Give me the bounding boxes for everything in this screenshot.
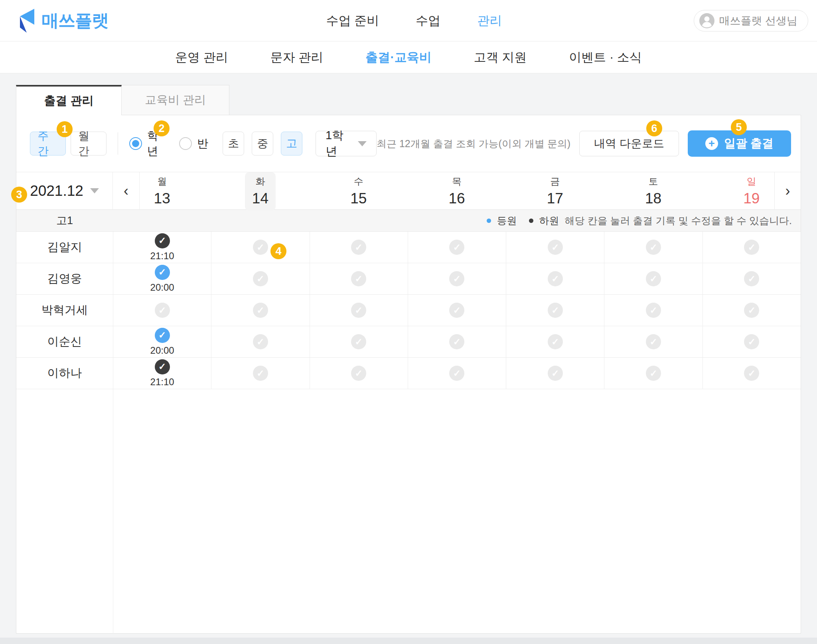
attendance-cell[interactable]: ✓ — [506, 326, 604, 357]
annotation-badge-4: 4 — [270, 243, 286, 259]
tab-tuition[interactable]: 교육비 관리 — [122, 85, 229, 115]
annotation-badge-2: 2 — [154, 120, 170, 136]
annotation-badge-3: 3 — [11, 187, 27, 203]
empty-check-icon: ✓ — [351, 271, 366, 286]
attendance-cell[interactable]: ✓ — [506, 358, 604, 389]
nav-item-manage[interactable]: 관리 — [477, 12, 502, 29]
bulk-attendance-label: 일괄 출결 — [724, 136, 774, 152]
attendance-cell[interactable]: ✓ — [211, 263, 309, 294]
attendance-cell[interactable]: ✓20:00 — [113, 326, 211, 357]
day-name: 목 — [452, 175, 462, 188]
day-header-목[interactable]: 목16 — [408, 172, 506, 211]
download-history-button[interactable]: 내역 다운로드 — [579, 131, 679, 156]
empty-check-icon: ✓ — [646, 240, 661, 255]
day-name: 토 — [649, 175, 658, 188]
attendance-cell[interactable]: ✓ — [506, 232, 604, 263]
attendance-cell[interactable]: ✓ — [310, 232, 408, 263]
empty-check-icon: ✓ — [449, 303, 464, 318]
user-account-button[interactable]: 매쓰플랫 선생님 — [694, 10, 808, 32]
month-select-dropdown[interactable]: 2021.12 — [16, 172, 113, 209]
attendance-cell[interactable]: ✓ — [408, 263, 506, 294]
empty-check-icon: ✓ — [449, 334, 464, 349]
subnav-item-operations[interactable]: 운영 관리 — [175, 49, 228, 66]
attendance-cell[interactable]: ✓ — [703, 263, 801, 294]
attendance-cell[interactable]: ✓ — [310, 358, 408, 389]
empty-check-icon: ✓ — [548, 240, 563, 255]
day-header-토[interactable]: 토18 — [604, 172, 702, 211]
attendance-cell[interactable]: ✓21:10 — [113, 232, 211, 263]
attendance-cell[interactable]: ✓ — [604, 295, 702, 326]
attendance-cell[interactable]: ✓ — [310, 326, 408, 357]
attendance-cell[interactable]: ✓ — [703, 295, 801, 326]
level-elementary-button[interactable]: 초 — [223, 132, 244, 156]
next-week-button[interactable]: › — [774, 172, 801, 209]
attendance-cell[interactable]: ✓ — [506, 295, 604, 326]
grouping-class-radio[interactable]: 반 — [179, 136, 208, 151]
prev-week-button[interactable]: ‹ — [113, 172, 140, 209]
nav-item-class-prep[interactable]: 수업 준비 — [326, 12, 379, 29]
empty-check-icon: ✓ — [449, 271, 464, 286]
day-header-화[interactable]: 화14 — [211, 172, 309, 211]
day-header-수[interactable]: 수15 — [310, 172, 408, 211]
attendance-cell[interactable]: ✓ — [408, 232, 506, 263]
sub-nav: 운영 관리 문자 관리 출결·교육비 고객 지원 이벤트 · 소식 — [0, 41, 817, 73]
empty-check-icon: ✓ — [351, 240, 366, 255]
attendance-cell[interactable]: ✓ — [408, 358, 506, 389]
day-header-금[interactable]: 금17 — [506, 172, 604, 211]
attendance-cell[interactable]: ✓ — [703, 358, 801, 389]
attendance-cell[interactable]: ✓ — [211, 358, 309, 389]
attendance-cell[interactable]: ✓ — [211, 326, 309, 357]
attendance-cell[interactable]: ✓ — [604, 232, 702, 263]
attendance-cell[interactable]: ✓ — [604, 358, 702, 389]
day-date: 19 — [743, 190, 760, 207]
attendance-cell[interactable]: ✓ — [604, 263, 702, 294]
day-name: 월 — [157, 175, 167, 188]
attendance-cell[interactable]: ✓ — [113, 295, 211, 326]
attendance-legend: 등원 하원 해당 칸을 눌러 출결 기록 및 수정을 할 수 있습니다. — [487, 214, 801, 227]
calendar-day-headers: ‹ › 월13화14수15목16금17토18일19 — [113, 172, 801, 209]
attendance-cell[interactable]: ✓ — [211, 295, 309, 326]
attendance-cell[interactable]: ✓ — [211, 232, 309, 263]
subnav-item-events-news[interactable]: 이벤트 · 소식 — [569, 49, 642, 66]
empty-check-icon: ✓ — [253, 334, 268, 349]
period-monthly-button[interactable]: 월간 — [71, 132, 107, 156]
attendance-cell[interactable]: ✓20:00 — [113, 263, 211, 294]
empty-check-icon: ✓ — [548, 366, 563, 381]
attendance-cell[interactable]: ✓21:10 — [113, 358, 211, 389]
subnav-item-support[interactable]: 고객 지원 — [474, 49, 527, 66]
logo-text: 매쓰플랫 — [41, 9, 109, 32]
student-name: 이하나 — [16, 358, 113, 389]
annotation-badge-5: 5 — [731, 119, 747, 135]
empty-check-icon: ✓ — [253, 303, 268, 318]
day-header-box: 일19 — [736, 172, 767, 211]
student-name: 김영웅 — [16, 263, 113, 294]
grade-select-value: 1학년 — [326, 128, 352, 160]
empty-check-icon: ✓ — [449, 366, 464, 381]
level-middle-button[interactable]: 중 — [252, 132, 273, 156]
attendance-cell[interactable]: ✓ — [703, 326, 801, 357]
attendance-cell[interactable]: ✓ — [408, 326, 506, 357]
subnav-item-attendance-tuition[interactable]: 출결·교육비 — [365, 49, 431, 66]
attendance-hint-text: 해당 칸을 눌러 출결 기록 및 수정을 할 수 있습니다. — [565, 214, 792, 227]
subnav-item-messages[interactable]: 문자 관리 — [270, 49, 324, 66]
check-out-legend-label: 하원 — [539, 214, 559, 227]
plus-icon: + — [705, 137, 718, 150]
user-name-label: 매쓰플랫 선생님 — [719, 14, 797, 28]
attendance-cell[interactable]: ✓ — [604, 326, 702, 357]
grade-select-dropdown[interactable]: 1학년 — [316, 131, 377, 156]
level-high-button[interactable]: 고 — [281, 132, 302, 156]
radio-unselected-icon — [179, 137, 192, 150]
logo[interactable]: 매쓰플랫 — [18, 0, 109, 41]
attendance-time: 21:10 — [150, 250, 174, 262]
attendance-cell[interactable]: ✓ — [310, 263, 408, 294]
bottom-scrollbar-track[interactable] — [0, 638, 817, 644]
attendance-cell[interactable]: ✓ — [310, 295, 408, 326]
attendance-cell[interactable]: ✓ — [506, 263, 604, 294]
attendance-cell[interactable]: ✓ — [408, 295, 506, 326]
tab-attendance[interactable]: 출결 관리 — [16, 85, 122, 115]
nav-item-class[interactable]: 수업 — [416, 12, 440, 29]
check-in-icon: ✓ — [155, 265, 170, 280]
attendance-cell[interactable]: ✓ — [703, 232, 801, 263]
empty-check-icon: ✓ — [744, 240, 759, 255]
lookup-notice-text: 최근 12개월 출결 조회 가능(이외 개별 문의) — [377, 137, 570, 150]
